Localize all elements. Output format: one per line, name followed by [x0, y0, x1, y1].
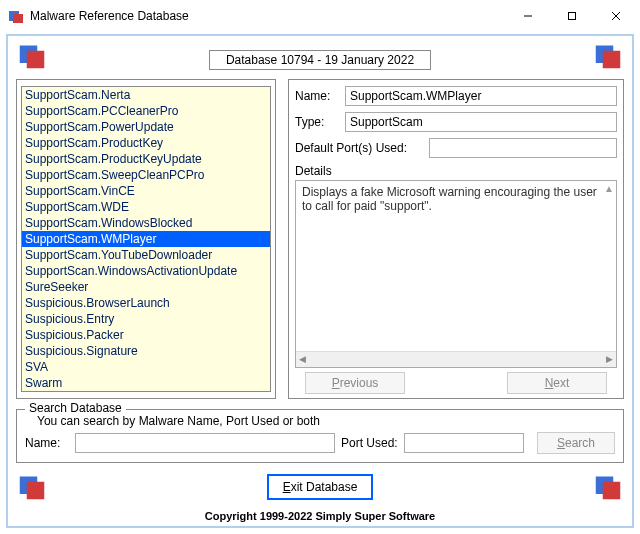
search-name-label: Name: [25, 436, 69, 450]
list-item[interactable]: Suspicious.Signature [22, 343, 270, 359]
type-label: Type: [295, 115, 339, 129]
list-item[interactable]: SupportScam.YouTubeDownloader [22, 247, 270, 263]
copyright-text: Copyright 1999-2022 Simply Super Softwar… [16, 510, 624, 522]
svg-rect-7 [27, 51, 45, 69]
exit-button[interactable]: Exit Database [267, 474, 374, 500]
svg-rect-1 [13, 14, 23, 23]
list-item[interactable]: SupportScan.WindowsActivationUpdate [22, 263, 270, 279]
svg-rect-9 [603, 51, 621, 69]
minimize-button[interactable] [506, 1, 550, 31]
name-label: Name: [295, 89, 339, 103]
close-button[interactable] [594, 1, 638, 31]
detail-panel: Name: SupportScam.WMPlayer Type: Support… [288, 79, 624, 399]
svg-rect-11 [27, 481, 45, 499]
scroll-left-icon[interactable]: ◀ [299, 354, 306, 364]
maximize-button[interactable] [550, 1, 594, 31]
client-area: Database 10794 - 19 January 2022 Support… [6, 34, 634, 528]
ports-field[interactable] [429, 138, 617, 158]
brand-icon-bottom-left [18, 473, 46, 501]
malware-list-panel: SupportScam.NertaSupportScam.PCCleanerPr… [16, 79, 276, 399]
next-button[interactable]: Next [507, 372, 607, 394]
next-rest: ext [553, 376, 569, 390]
brand-icon-top-left [18, 42, 46, 70]
list-item[interactable]: SupportScam.VinCE [22, 183, 270, 199]
horizontal-scrollbar[interactable]: ◀▶ [296, 351, 616, 367]
search-panel: Search Database You can search by Malwar… [16, 409, 624, 463]
ports-label: Default Port(s) Used: [295, 141, 423, 155]
app-icon [8, 8, 24, 24]
list-item[interactable]: SVA [22, 359, 270, 375]
list-item[interactable]: Suspicious.Entry [22, 311, 270, 327]
list-item[interactable]: SupportScam.PCCleanerPro [22, 103, 270, 119]
search-port-label: Port Used: [341, 436, 398, 450]
type-field[interactable]: SupportScam [345, 112, 617, 132]
list-item[interactable]: SupportScam.SweepCleanPCPro [22, 167, 270, 183]
list-item[interactable]: SupportScam.WMPlayer [22, 231, 270, 247]
details-textarea[interactable]: Displays a fake Microsoft warning encour… [295, 180, 617, 368]
search-rest: earch [565, 436, 595, 450]
malware-listbox[interactable]: SupportScam.NertaSupportScam.PCCleanerPr… [21, 86, 271, 392]
brand-icon-bottom-right [594, 473, 622, 501]
search-port-input[interactable] [404, 433, 524, 453]
scroll-up-icon[interactable]: ▲ [604, 183, 614, 194]
list-item[interactable]: SupportScam.Nerta [22, 87, 270, 103]
list-item[interactable]: SupportScam.ProductKey [22, 135, 270, 151]
search-hint: You can search by Malware Name, Port Use… [37, 414, 615, 428]
search-legend: Search Database [25, 401, 126, 415]
list-item[interactable]: Suspicious.BrowserLaunch [22, 295, 270, 311]
previous-button[interactable]: Previous [305, 372, 405, 394]
prev-rest: revious [340, 376, 379, 390]
svg-rect-13 [603, 481, 621, 499]
list-item[interactable]: Swarm [22, 375, 270, 391]
list-item[interactable]: SupportScam.WDE [22, 199, 270, 215]
details-label: Details [295, 164, 617, 178]
scroll-right-icon[interactable]: ▶ [606, 354, 613, 364]
list-item[interactable]: Suspicious.Packer [22, 327, 270, 343]
svg-rect-3 [569, 13, 576, 20]
window-title: Malware Reference Database [30, 9, 506, 23]
list-item[interactable]: SupportScam.PowerUpdate [22, 119, 270, 135]
list-item[interactable]: SupportScam.WindowsBlocked [22, 215, 270, 231]
name-field[interactable]: SupportScam.WMPlayer [345, 86, 617, 106]
search-button[interactable]: Search [537, 432, 615, 454]
database-info: Database 10794 - 19 January 2022 [209, 50, 431, 70]
list-item[interactable]: SureSeeker [22, 279, 270, 295]
list-item[interactable]: SupportScam.ProductKeyUpdate [22, 151, 270, 167]
exit-rest: xit Database [291, 480, 358, 494]
titlebar: Malware Reference Database [0, 0, 640, 32]
search-name-input[interactable] [75, 433, 335, 453]
details-text: Displays a fake Microsoft warning encour… [302, 185, 597, 213]
brand-icon-top-right [594, 42, 622, 70]
